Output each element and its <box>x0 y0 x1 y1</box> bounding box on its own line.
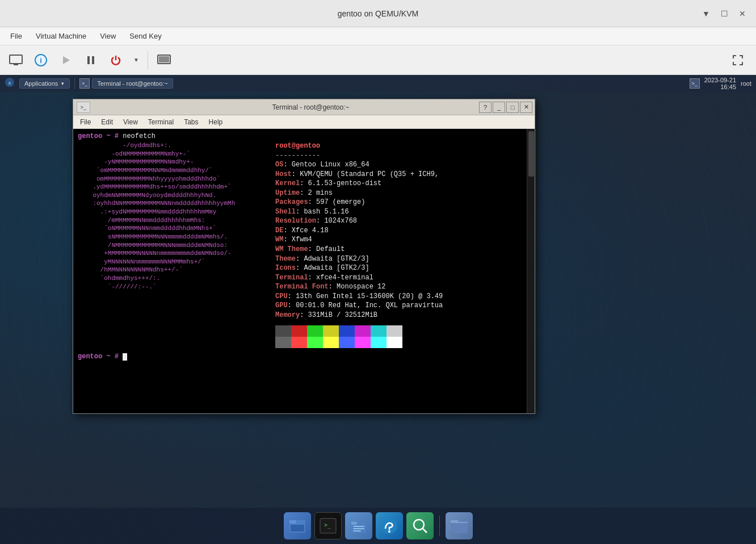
toolbar-play-button[interactable] <box>54 49 77 72</box>
svg-rect-30 <box>353 526 364 527</box>
toolbar-separator <box>148 51 148 69</box>
svg-rect-37 <box>451 523 468 533</box>
taskbar-icon-terminal[interactable]: >_ <box>314 512 342 539</box>
scrollbar-thumb[interactable] <box>528 131 534 177</box>
terminal-minimize-button[interactable]: _ <box>493 102 505 113</box>
terminal-body: gentoo ~ # neofetch -/oyddmdhs+:. -odNMM… <box>73 129 535 413</box>
taskbar-separator <box>439 516 440 536</box>
terminal-maximize-button[interactable]: □ <box>506 102 519 113</box>
terminal-command-line: gentoo ~ # neofetch <box>78 132 524 140</box>
virt-manager-window: gentoo on QEMU/KVM ▼ ☐ ✕ File Virtual Ma… <box>0 0 756 544</box>
menu-file[interactable]: File <box>5 30 28 43</box>
vm-right-terminal-icon: >_ <box>690 78 700 89</box>
toolbar-pause-button[interactable] <box>79 49 102 72</box>
info-resolution: Resolution: 1024x768 <box>275 216 524 226</box>
vm-apps-dropdown-icon: ▼ <box>60 81 65 86</box>
menu-view[interactable]: View <box>94 30 121 43</box>
taskbar-icon-search[interactable] <box>406 512 434 539</box>
color-swatches <box>275 325 524 337</box>
info-de: DE: Xfce 4.18 <box>275 226 524 236</box>
info-memory: Memory: 331MiB / 32512MiB <box>275 311 524 320</box>
term-menu-help[interactable]: Help <box>204 117 228 127</box>
neofetch-output: -/oyddmdhs+:. -odNMMMMMMMMMMNmhy+-` -yNM… <box>78 141 524 348</box>
swatch-4 <box>339 325 355 337</box>
swatch-9 <box>291 337 307 348</box>
terminal-window-controls: ? _ □ ✕ <box>479 102 532 113</box>
swatch-13 <box>355 337 371 348</box>
vm-terminal-taskbar-button[interactable]: Terminal - root@gentoo:~ <box>92 78 173 89</box>
close-button[interactable]: ✕ <box>736 7 749 20</box>
toolbar-info-button[interactable]: i <box>30 49 52 72</box>
swatch-12 <box>339 337 355 348</box>
info-terminal-font: Terminal Font: Monospace 12 <box>275 282 524 292</box>
taskbar-icon-folder[interactable] <box>446 512 473 539</box>
taskbar-icon-files[interactable] <box>345 512 372 539</box>
swatch-0 <box>275 325 291 337</box>
info-host: Host: KVM/QEMU (Standard PC (Q35 + ICH9, <box>275 170 524 179</box>
info-terminal: Terminal: xfce4-terminal <box>275 273 524 283</box>
terminal-window-title: Terminal - root@gentoo:~ <box>90 103 531 111</box>
swatch-1 <box>291 325 307 337</box>
terminal-titlebar: >_ Terminal - root@gentoo:~ ? _ □ ✕ <box>73 99 535 115</box>
info-os: OS: Gentoo Linux x86_64 <box>275 160 524 170</box>
svg-rect-7 <box>92 56 94 64</box>
swatch-11 <box>323 337 339 348</box>
terminal-cursor <box>123 353 127 361</box>
term-menu-file[interactable]: File <box>75 117 95 127</box>
terminal-close-button[interactable]: ✕ <box>520 102 532 113</box>
term-menu-view[interactable]: View <box>119 117 142 127</box>
terminal-help-button[interactable]: ? <box>479 102 492 113</box>
neofetch-ascii: -/oyddmdhs+:. -odNMMMMMMMMMMNmhy+-` -yNM… <box>78 141 271 348</box>
info-username: root@gentoo <box>275 141 524 151</box>
vm-applications-label: Applications <box>24 80 58 87</box>
xfce-logo: X <box>5 77 15 90</box>
svg-marker-5 <box>63 56 70 64</box>
taskbar-icon-filemanager[interactable] <box>284 512 311 539</box>
vm-username: root <box>741 80 751 87</box>
vm-date: 2023-09-21 <box>704 77 736 83</box>
info-packages: Packages: 597 (emerge) <box>275 198 524 207</box>
toolbar-fullscreen-button[interactable] <box>726 49 749 72</box>
taskbar-icon-cursor[interactable] <box>376 512 403 539</box>
vm-taskbar-left: X Applications ▼ >_ Terminal - root@gent… <box>5 77 173 90</box>
menu-send-key[interactable]: Send Key <box>124 30 167 43</box>
info-theme: Theme: Adwaita [GTK2/3] <box>275 254 524 264</box>
vm-terminal-label: Terminal - root@gentoo:~ <box>97 80 168 87</box>
svg-text:>_: >_ <box>324 522 331 529</box>
vm-top-taskbar: X Applications ▼ >_ Terminal - root@gent… <box>0 75 756 92</box>
toolbar-monitor-button[interactable] <box>5 49 27 72</box>
svg-rect-24 <box>289 520 296 524</box>
terminal-content-area: gentoo ~ # neofetch -/oyddmdhs+:. -odNMM… <box>73 129 527 413</box>
toolbar-power-button[interactable] <box>104 49 127 72</box>
swatch-5 <box>355 325 371 337</box>
vm-taskbar-right: >_ 2023-09-21 16:45 root <box>690 77 751 90</box>
svg-rect-9 <box>159 56 169 62</box>
menu-virtual-machine[interactable]: Virtual Machine <box>30 30 92 43</box>
swatch-3 <box>323 325 339 337</box>
info-gpu: GPU: 00:01.0 Red Hat, Inc. QXL paravirtu… <box>275 301 524 311</box>
term-menu-tabs[interactable]: Tabs <box>179 117 203 127</box>
terminal-scrollbar[interactable] <box>527 129 535 413</box>
term-menu-terminal[interactable]: Terminal <box>144 117 178 127</box>
vm-terminal-icon: >_ <box>79 78 90 89</box>
info-uptime: Uptime: 2 mins <box>275 189 524 198</box>
toolbar-dropdown-button[interactable]: ▼ <box>129 49 143 72</box>
svg-rect-32 <box>353 530 361 532</box>
terminal-bottom-prompt: gentoo ~ # <box>78 353 524 361</box>
menu-bar: File Virtual Machine View Send Key <box>0 27 756 45</box>
swatch-15 <box>387 337 402 348</box>
vm-applications-button[interactable]: Applications ▼ <box>19 78 70 89</box>
svg-text:X: X <box>8 81 11 86</box>
prompt-text: gentoo ~ # <box>78 132 123 140</box>
term-menu-edit[interactable]: Edit <box>96 117 117 127</box>
neofetch-info-panel: root@gentoo ----------- OS: Gentoo Linux… <box>271 141 524 348</box>
title-bar: gentoo on QEMU/KVM ▼ ☐ ✕ <box>0 0 756 27</box>
toolbar-screen-button[interactable] <box>153 49 175 72</box>
minimize-button[interactable]: ▼ <box>699 7 713 20</box>
maximize-button[interactable]: ☐ <box>717 7 731 20</box>
swatch-7 <box>387 325 402 337</box>
info-wm-theme: WM Theme: Default <box>275 245 524 254</box>
terminal-window-icon: >_ <box>77 102 90 113</box>
svg-point-35 <box>414 520 424 530</box>
terminal-window: >_ Terminal - root@gentoo:~ ? _ □ ✕ File… <box>73 99 535 414</box>
